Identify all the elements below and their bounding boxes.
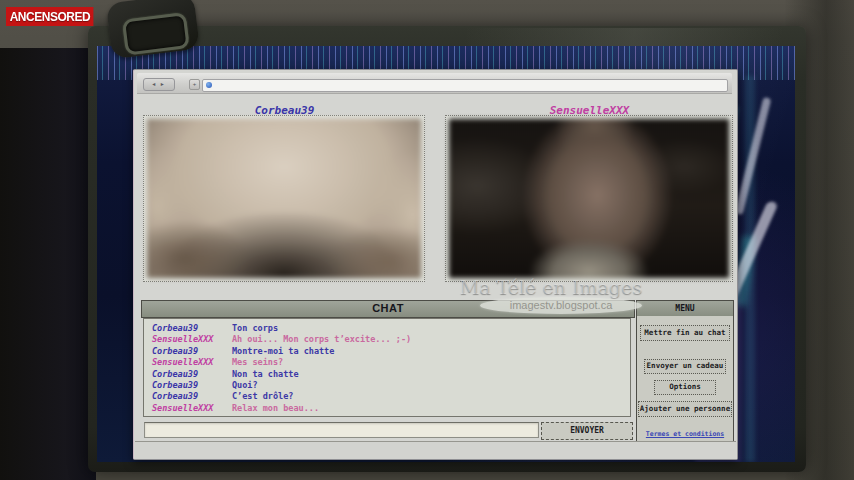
browser-toolbar: ◂ ▸ + <box>137 73 732 94</box>
chat-message-row: Corbeau39Montre-moi ta chatte <box>144 346 630 357</box>
chat-message-user: Corbeau39 <box>144 380 232 391</box>
menu-button-send-gift[interactable]: Envoyer un cadeau <box>644 359 726 374</box>
chat-message-user: Corbeau39 <box>144 391 232 402</box>
chat-message-row: Corbeau39Non ta chatte <box>144 369 630 380</box>
menu-button-add-person[interactable]: Ajouter une personne <box>638 401 732 417</box>
toolbar-add-button[interactable]: + <box>189 79 200 90</box>
ancensored-badge: ANCENSORED <box>6 7 94 26</box>
chat-message-row: Corbeau39C’est drôle? <box>144 391 630 402</box>
favicon-icon <box>206 82 212 88</box>
chat-message-input[interactable] <box>144 422 539 438</box>
back-forward-buttons[interactable]: ◂ ▸ <box>143 78 175 91</box>
chat-message-row: SensuelleXXXAh oui... Mon corps t’excite… <box>144 334 630 345</box>
chat-message-row: Corbeau39Quoi? <box>144 380 630 391</box>
webcam-video-right <box>449 119 729 278</box>
chat-message-user: SensuelleXXX <box>144 403 232 414</box>
chat-message-row: SensuelleXXXMes seins? <box>144 357 630 368</box>
window-footer <box>135 441 736 459</box>
chat-message-text: Non ta chatte <box>232 369 630 380</box>
chat-message-user: Corbeau39 <box>144 346 232 357</box>
watermark-site-url: imagestv.blogspot.ca <box>480 297 642 314</box>
chat-message-text: Relax mon beau... <box>232 403 630 414</box>
webcam-video-left <box>147 119 421 278</box>
menu-button-end-chat[interactable]: Mettre fin au chat <box>640 325 730 341</box>
wall-shadow-left <box>0 48 96 480</box>
address-bar[interactable] <box>202 79 728 92</box>
scene: ••• ◂ ▸ + Corbeau39 SensuelleXXX CHAT ME… <box>0 0 854 480</box>
chat-message-user: Corbeau39 <box>144 369 232 380</box>
webcam-feed-right <box>445 115 733 282</box>
chat-message-text: Quoi? <box>232 380 630 391</box>
chat-message-user: SensuelleXXX <box>144 334 232 345</box>
chat-message-text: Ton corps <box>232 323 630 334</box>
chat-message-text: Mes seins? <box>232 357 630 368</box>
chat-message-user: SensuelleXXX <box>144 357 232 368</box>
webcam-feed-left <box>143 115 425 282</box>
chat-log[interactable]: Corbeau39Ton corpsSensuelleXXXAh oui... … <box>143 318 631 417</box>
chat-message-text: Ah oui... Mon corps t’excite... ;-) <box>232 334 630 345</box>
send-button[interactable]: ENVOYER <box>541 422 633 440</box>
chat-message-row: Corbeau39Ton corps <box>144 323 630 334</box>
chat-message-text: C’est drôle? <box>232 391 630 402</box>
menu-button-options[interactable]: Options <box>654 380 716 395</box>
chat-window: ◂ ▸ + Corbeau39 SensuelleXXX CHAT MENU C… <box>133 69 738 460</box>
terms-link[interactable]: Termes et conditions <box>637 430 733 438</box>
chat-message-user: Corbeau39 <box>144 323 232 334</box>
chat-message-row: SensuelleXXXRelax mon beau... <box>144 403 630 414</box>
chat-message-text: Montre-moi ta chatte <box>232 346 630 357</box>
watermark-site-title: Ma Télé en Images <box>460 276 700 298</box>
menu-panel: Mettre fin au chat Envoyer un cadeau Opt… <box>636 316 734 447</box>
